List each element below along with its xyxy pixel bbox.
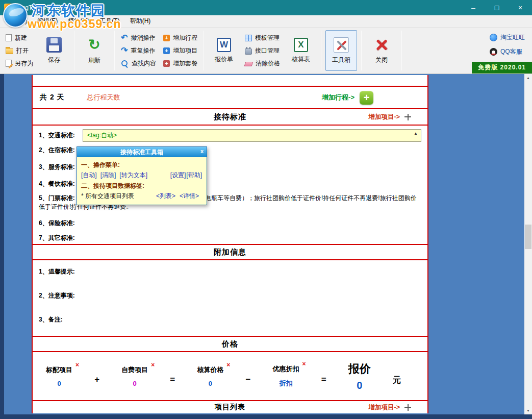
popup-detail-link[interactable]: <详情> bbox=[180, 192, 199, 201]
add-trip-plus-button[interactable]: + bbox=[360, 91, 373, 105]
remark-label: 3、备注: bbox=[39, 315, 421, 324]
quote-value: 0 bbox=[357, 380, 362, 391]
close-document-button[interactable]: 关闭 bbox=[366, 30, 397, 71]
add-trip-area: 增加行程-> + bbox=[322, 91, 373, 105]
transport-standard-input[interactable]: <tag:自动> ▲ bbox=[83, 129, 421, 142]
add-trip-link[interactable]: 增加行程-> bbox=[322, 93, 354, 102]
delete-calc-price-icon[interactable]: × bbox=[226, 361, 230, 368]
popup-to-text-link[interactable]: [转为文本] bbox=[119, 171, 147, 180]
template-management-button[interactable]: 模板管理 bbox=[243, 33, 282, 43]
add-item-button[interactable]: 增加项目 bbox=[161, 45, 199, 56]
watermark-site-url: www.pc0359.cn bbox=[28, 17, 121, 31]
add-trip-icon bbox=[163, 35, 170, 41]
popup-auto-link[interactable]: [自动] bbox=[81, 171, 97, 180]
popup-titlebar[interactable]: 接待标准工具箱 x bbox=[77, 147, 207, 157]
extra-info-header: 附加信息 bbox=[33, 245, 427, 260]
scroll-down-icon[interactable]: ▼ bbox=[524, 407, 532, 414]
new-button[interactable]: 新建 bbox=[4, 33, 35, 43]
toolbox-button[interactable]: 工具箱 bbox=[325, 30, 357, 71]
quote-sheet-button[interactable]: W 报价单 bbox=[208, 30, 240, 71]
interface-management-label: 接口管理 bbox=[255, 46, 280, 55]
undo-button[interactable]: ↶ 撤消操作 bbox=[119, 33, 158, 43]
popup-help-link[interactable]: [帮助] bbox=[186, 171, 202, 180]
reception-standard-header: 接待标准 增加项目-> bbox=[33, 109, 427, 126]
calc-sheet-button[interactable]: X 核算表 bbox=[285, 30, 317, 71]
insurance-standard-label: 6、保险标准: bbox=[39, 219, 83, 228]
floppy-disk-icon bbox=[46, 37, 62, 53]
minus-operator: − bbox=[246, 367, 251, 385]
undo-label: 撤消操作 bbox=[131, 34, 155, 42]
add-package-button[interactable]: 增加套餐 bbox=[161, 58, 199, 69]
plus-icon[interactable] bbox=[404, 114, 411, 120]
popup-close-icon[interactable]: x bbox=[200, 148, 204, 154]
delete-self-pay-icon[interactable]: × bbox=[151, 361, 155, 368]
discount-group: 优惠折扣 × 折扣 bbox=[273, 364, 299, 388]
edit-button-group: ↶ 撤消操作 ↷ 重复操作 查找内容 bbox=[119, 33, 158, 69]
qq-service-link[interactable]: QQ客服 bbox=[490, 47, 522, 56]
close-window-button[interactable]: × bbox=[509, 0, 532, 15]
plus-icon-2[interactable] bbox=[404, 404, 411, 411]
maximize-button[interactable]: □ bbox=[485, 0, 509, 15]
minimize-button[interactable]: – bbox=[462, 0, 485, 15]
discount-value[interactable]: 折扣 bbox=[280, 379, 293, 388]
version-badge: 免费版 2020.01 bbox=[472, 62, 532, 73]
support-links: 淘宝旺旺 QQ客服 bbox=[490, 33, 525, 56]
toolbar-separator bbox=[321, 31, 321, 70]
close-document-label: 关闭 bbox=[375, 56, 388, 64]
redo-button[interactable]: ↷ 重复操作 bbox=[119, 45, 158, 56]
delete-discount-icon[interactable]: × bbox=[302, 360, 306, 367]
qq-service-label: QQ客服 bbox=[500, 47, 522, 56]
standard-items-label-text: 标配项目 bbox=[46, 366, 72, 374]
other-standard-label: 7、其它标准: bbox=[39, 234, 83, 242]
interface-management-button[interactable]: 接口管理 bbox=[243, 45, 282, 56]
toolbar-separator bbox=[114, 31, 115, 70]
toolbar-separator bbox=[401, 31, 402, 70]
vertical-scrollbar[interactable]: ▲ ▼ bbox=[524, 74, 532, 414]
taobao-wangwang-icon bbox=[490, 34, 497, 41]
popup-body: 一、操作菜单: [自动] [清除] [转为文本] [设置] [帮助] 二、接待项… bbox=[77, 157, 207, 205]
add-item-link[interactable]: 增加项目-> bbox=[369, 113, 400, 121]
bottom-frame-bar bbox=[0, 414, 532, 419]
taobao-wangwang-link[interactable]: 淘宝旺旺 bbox=[490, 33, 525, 42]
delete-standard-icon[interactable]: × bbox=[75, 361, 79, 368]
open-label: 打开 bbox=[16, 46, 29, 55]
popup-transport-list-item: * 所有交通项目列表 bbox=[81, 192, 134, 201]
taobao-wangwang-label: 淘宝旺旺 bbox=[500, 33, 525, 42]
add-trip-label: 增加行程 bbox=[173, 34, 197, 42]
popup-action-links: [自动] [清除] [转为文本] [设置] [帮助] bbox=[81, 171, 202, 180]
clear-price-button[interactable]: 清除价格 bbox=[243, 58, 282, 69]
add-item-link-2[interactable]: 增加项目-> bbox=[369, 403, 400, 412]
save-as-button[interactable]: 另存为 bbox=[4, 58, 35, 69]
redo-icon: ↷ bbox=[121, 47, 128, 54]
empty-row bbox=[33, 75, 427, 87]
close-red-x-icon bbox=[374, 37, 389, 53]
scrollbar-thumb[interactable] bbox=[525, 225, 531, 249]
open-button[interactable]: 打开 bbox=[4, 45, 35, 56]
add-package-label: 增加套餐 bbox=[173, 59, 197, 68]
combo-arrow-icon[interactable]: ▲ bbox=[414, 131, 418, 136]
popup-clear-link[interactable]: [清除] bbox=[100, 171, 116, 180]
popup-menu-heading: 一、操作菜单: bbox=[81, 161, 202, 169]
refresh-button[interactable]: ↻ 刷新 bbox=[79, 30, 110, 71]
popup-settings-link[interactable]: [设置] bbox=[170, 171, 186, 180]
plug-icon bbox=[245, 48, 252, 55]
find-button[interactable]: 查找内容 bbox=[119, 58, 158, 69]
quote-sheet-label: 报价单 bbox=[215, 55, 233, 64]
add-trip-button[interactable]: 增加行程 bbox=[161, 33, 199, 43]
template-management-label: 模板管理 bbox=[255, 34, 280, 42]
popup-list-link[interactable]: <列表> bbox=[156, 192, 175, 201]
find-label: 查找内容 bbox=[132, 59, 156, 68]
save-button[interactable]: 保存 bbox=[38, 30, 70, 71]
refresh-icon: ↻ bbox=[88, 37, 100, 53]
scroll-up-icon[interactable]: ▲ bbox=[524, 74, 532, 82]
transport-standard-label: 1、交通标准: bbox=[39, 131, 83, 140]
discount-label-text: 优惠折扣 bbox=[273, 365, 299, 373]
new-label: 新建 bbox=[15, 34, 27, 42]
price-title: 价格 bbox=[222, 339, 238, 349]
popup-title-text: 接待标准工具箱 bbox=[120, 148, 163, 157]
redo-label: 重复操作 bbox=[131, 46, 155, 55]
self-pay-items-group: 自费项目 × 0 bbox=[121, 365, 148, 387]
left-panel-strip bbox=[0, 74, 4, 419]
search-icon bbox=[121, 60, 129, 67]
open-folder-icon bbox=[6, 48, 13, 54]
